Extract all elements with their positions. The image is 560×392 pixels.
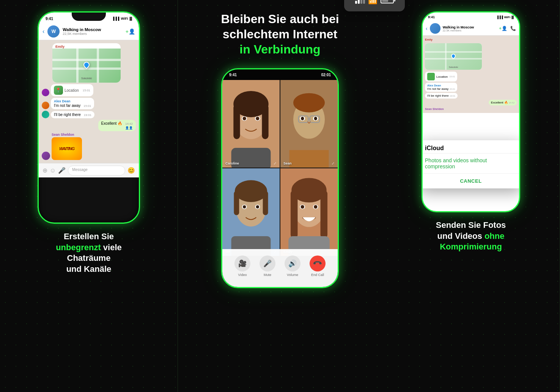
right-map-label: Sokolniki — [449, 66, 458, 68]
map-pin — [83, 61, 90, 69]
add-member-button[interactable]: +👤 — [126, 28, 135, 34]
end-call-label: End Call — [311, 273, 324, 277]
right-there-time: 19:01 — [84, 113, 91, 117]
chat-actions: +👤 — [126, 28, 135, 34]
location-bubble: 📍 Location 15:01 — [51, 84, 93, 96]
svg-point-27 — [243, 205, 246, 209]
right-location-msg: Location 15:01 — [425, 72, 457, 82]
alex-time: 15:01 — [83, 104, 91, 108]
right-add-member[interactable]: +👤 — [499, 26, 507, 31]
svg-point-37 — [301, 205, 304, 209]
sticker-icon[interactable]: ☺ — [50, 167, 56, 174]
video-status-bar: 9:41 02:01 — [222, 69, 338, 80]
mute-button[interactable]: 🎤 Mute — [260, 256, 275, 277]
person-emily — [280, 168, 338, 256]
right-phone: 9:41 ▐▐▐ WiFi ▓ ‹ Walking in Moscow 22.5… — [422, 11, 520, 212]
icloud-cancel-button[interactable]: CANCEL — [422, 173, 520, 188]
alex-name: Alex Dean — [54, 99, 91, 103]
volume-button[interactable]: 🔊 Volume — [285, 256, 300, 277]
sean-expand[interactable]: ⤢ — [332, 162, 335, 165]
right-excellent-time: 14:42 — [509, 102, 514, 104]
right-excellent-msg: Excellent 🔥 14:42 — [489, 100, 517, 105]
right-location-time: 15:01 — [449, 75, 455, 78]
svg-point-29 — [256, 205, 259, 209]
right-excellent-text: Excellent 🔥 — [491, 101, 509, 104]
icloud-title: iCloud — [422, 140, 520, 153]
emoji-icon[interactable]: 😊 — [127, 167, 135, 174]
message-input[interactable]: Message — [68, 166, 125, 176]
svg-rect-34 — [291, 190, 297, 238]
left-panel: 9:41 ▐▐▐ WiFi ▓ ‹ W Walking in Moscow 22… — [0, 0, 178, 392]
video-cell-sean: Sean ⤢ — [280, 80, 338, 168]
middle-title-verbindung: Verbindung — [254, 42, 321, 56]
location-icon: 📍 — [54, 86, 63, 95]
right-there-message: I'll be right there 19:01 — [42, 111, 94, 118]
end-call-circle: 📞 — [306, 252, 329, 274]
right-call-button[interactable]: 📞 — [510, 26, 516, 31]
phone-notch — [72, 13, 106, 21]
map-sender: Emily — [52, 43, 121, 49]
svg-rect-20 — [289, 150, 329, 168]
right-there-text: I'll be right there — [427, 94, 450, 97]
icloud-modal: iCloud Photos and videos without compres… — [422, 140, 520, 188]
right-panel: 9:41 ▐▐▐ WiFi ▓ ‹ Walking in Moscow 22.5… — [382, 0, 560, 392]
svg-rect-25 — [263, 191, 268, 215]
right-back-button[interactable]: ‹ — [426, 25, 428, 31]
right-caption: Senden Sie Fotos und Videos ohne Komprim… — [425, 212, 518, 252]
icloud-option: Photos and videos without compression — [422, 153, 520, 173]
left-caption-line3: Chaträume — [67, 253, 111, 263]
excellent-message: Excellent 🔥 14:42 👤👤 — [98, 120, 136, 131]
right-loc-icon — [427, 73, 435, 80]
chat-name: Walking in Moscow — [63, 27, 122, 32]
location-time: 15:01 — [83, 89, 90, 92]
chat-info: Walking in Moscow 22,5K members — [63, 27, 122, 36]
mic-icon[interactable]: 🎤 — [58, 167, 66, 174]
person-sean — [280, 80, 338, 168]
call-controls: 🎥 Video 🎤 Mute 🔊 Volume 📞 End Call — [222, 249, 338, 287]
right-chat-actions: +👤 📞 — [499, 26, 516, 31]
excellent-bubble: Excellent 🔥 14:42 👤👤 — [98, 120, 136, 131]
battery-icon-overlay — [381, 0, 394, 3]
svg-rect-3 — [233, 104, 240, 139]
svg-rect-4 — [262, 104, 268, 139]
right-map-visual: Sokolniki — [425, 43, 482, 70]
svg-rect-24 — [234, 191, 239, 215]
video-circle: 🎥 — [234, 256, 250, 271]
sean-avatar — [42, 152, 50, 160]
right-map-bubble: Sokolniki — [425, 43, 482, 70]
right-status-icons: ▐▐▐ WiFi ▓ — [496, 16, 514, 19]
right-caption-line2: und Videos — [437, 231, 482, 241]
left-caption-line1: Erstellen Sie — [64, 232, 114, 241]
map-location-label: Sokolniki — [81, 77, 92, 80]
caroline-label: Caroline — [225, 162, 239, 165]
signal-icon: ▐▐▐ — [112, 17, 119, 20]
caroline-expand[interactable]: ⤢ — [274, 162, 277, 165]
wifi-signal-icon: 📶 — [368, 0, 378, 5]
video-duration: 02:01 — [321, 73, 331, 77]
signal-bar-4 — [363, 0, 365, 4]
middle-title-line1: Bleiben Sie auch bei — [221, 12, 339, 26]
end-call-button[interactable]: 📞 End Call — [310, 256, 326, 277]
mute-label: Mute — [264, 273, 271, 277]
signal-overlay: 📶 — [344, 0, 405, 11]
attach-icon[interactable]: ⊕ — [42, 167, 47, 174]
right-alex-time: 15:01 — [449, 88, 455, 90]
video-cell-caroline: Caroline ⤢ — [222, 80, 280, 168]
right-there-avatar — [42, 111, 49, 118]
svg-point-39 — [314, 205, 317, 209]
middle-panel: Bleiben Sie auch bei schlechtem Internet… — [178, 0, 382, 392]
right-group-avatar — [430, 23, 440, 34]
location-message: 📍 Location 15:01 — [42, 84, 93, 96]
svg-point-12 — [293, 93, 325, 113]
right-status-time: 9:41 — [428, 15, 435, 19]
video-grid: Caroline ⤢ — [222, 80, 338, 256]
sticker-content: Sean Sheldon WAITING — [52, 133, 82, 160]
volume-circle: 🔊 — [285, 256, 300, 271]
right-signal-icon: ▐▐▐ — [496, 16, 503, 19]
right-there-time-r: 19:01 — [450, 95, 455, 97]
battery-icon-left: ▓ — [129, 17, 132, 20]
video-button[interactable]: 🎥 Video — [234, 256, 250, 277]
back-button[interactable]: ‹ — [42, 28, 44, 35]
left-phone: 9:41 ▐▐▐ WiFi ▓ ‹ W Walking in Moscow 22… — [38, 11, 140, 224]
right-wifi-icon: WiFi — [504, 16, 510, 19]
